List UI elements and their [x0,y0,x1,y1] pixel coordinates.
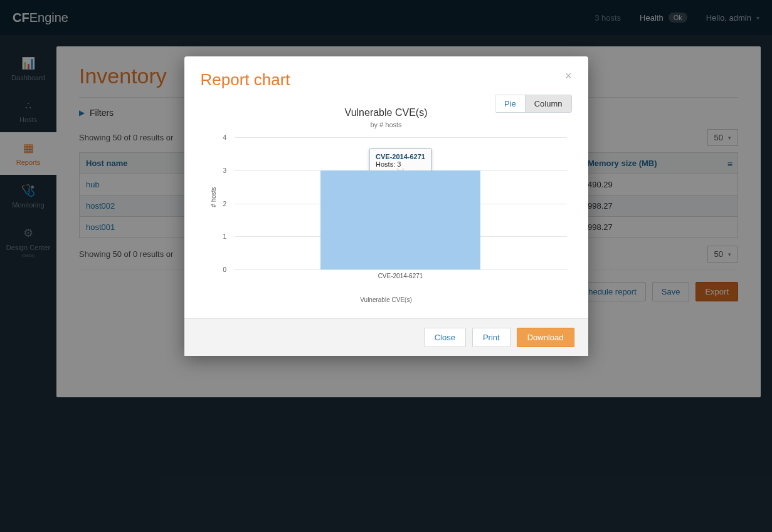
chart-bar[interactable] [320,170,480,269]
chart-tooltip: CVE-2014-6271 Hosts: 3 [369,149,432,172]
close-icon[interactable]: × [565,70,572,81]
close-button[interactable]: Close [424,328,466,347]
modal-title: Report chart [201,70,290,90]
download-button[interactable]: Download [517,328,574,347]
y-tick: 0 [223,266,227,273]
report-chart-modal: Report chart × Pie Column Vulnerable CVE… [184,56,588,356]
grid-line [235,137,567,138]
chart-type-column[interactable]: Column [525,95,571,112]
modal-overlay: Report chart × Pie Column Vulnerable CVE… [0,0,772,532]
x-category-label: CVE-2014-6271 [235,273,567,279]
grid-line [235,269,567,270]
y-tick: 4 [223,134,227,141]
tooltip-metric: Hosts: 3 [376,160,401,168]
print-button[interactable]: Print [472,328,510,347]
y-tick: 1 [223,233,227,240]
chart-area: # hosts CVE-2014-6271 Hosts: 3 ↖ 01234CV… [222,133,567,284]
tooltip-label: CVE-2014-6271 [376,153,425,160]
chart-subtitle: by # hosts [201,121,572,128]
chart-plot: CVE-2014-6271 Hosts: 3 ↖ 01234CVE-2014-6… [235,137,567,270]
y-axis-label: # hosts [209,187,216,207]
y-tick: 2 [223,200,227,207]
chart-type-pie[interactable]: Pie [495,95,525,112]
y-tick: 3 [223,167,227,174]
x-axis-label: Vulnerable CVE(s) [201,296,572,303]
chart-type-switch: Pie Column [495,95,572,113]
